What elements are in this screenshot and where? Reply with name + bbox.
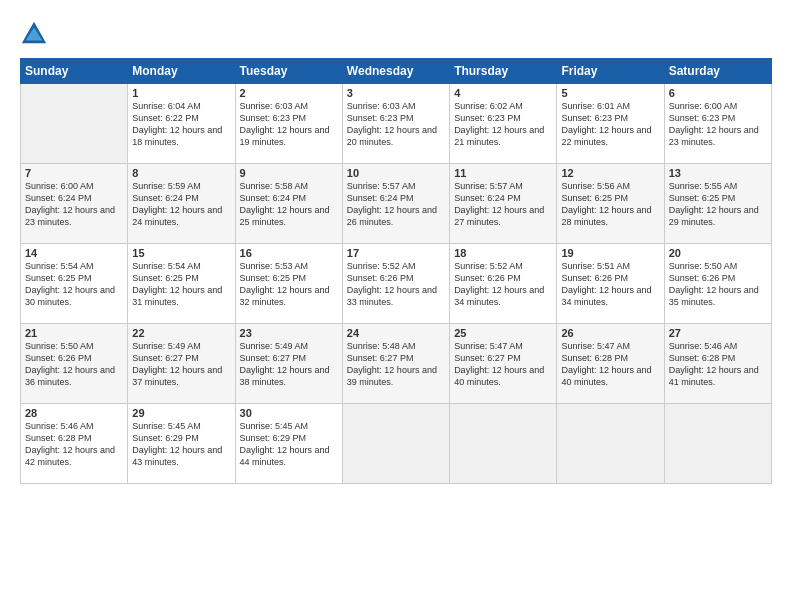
day-number: 26	[561, 327, 659, 339]
calendar-cell: 22 Sunrise: 5:49 AMSunset: 6:27 PMDaylig…	[128, 324, 235, 404]
calendar-cell: 13 Sunrise: 5:55 AMSunset: 6:25 PMDaylig…	[664, 164, 771, 244]
day-number: 24	[347, 327, 445, 339]
day-info: Sunrise: 5:50 AMSunset: 6:26 PMDaylight:…	[669, 260, 767, 309]
day-number: 30	[240, 407, 338, 419]
calendar-cell: 7 Sunrise: 6:00 AMSunset: 6:24 PMDayligh…	[21, 164, 128, 244]
calendar-cell: 15 Sunrise: 5:54 AMSunset: 6:25 PMDaylig…	[128, 244, 235, 324]
day-number: 17	[347, 247, 445, 259]
day-number: 21	[25, 327, 123, 339]
day-info: Sunrise: 5:56 AMSunset: 6:25 PMDaylight:…	[561, 180, 659, 229]
calendar-cell: 30 Sunrise: 5:45 AMSunset: 6:29 PMDaylig…	[235, 404, 342, 484]
calendar-cell: 6 Sunrise: 6:00 AMSunset: 6:23 PMDayligh…	[664, 84, 771, 164]
calendar-week-row: 7 Sunrise: 6:00 AMSunset: 6:24 PMDayligh…	[21, 164, 772, 244]
calendar-cell: 18 Sunrise: 5:52 AMSunset: 6:26 PMDaylig…	[450, 244, 557, 324]
day-number: 11	[454, 167, 552, 179]
day-info: Sunrise: 5:51 AMSunset: 6:26 PMDaylight:…	[561, 260, 659, 309]
day-number: 28	[25, 407, 123, 419]
calendar-cell: 3 Sunrise: 6:03 AMSunset: 6:23 PMDayligh…	[342, 84, 449, 164]
day-number: 19	[561, 247, 659, 259]
day-info: Sunrise: 5:55 AMSunset: 6:25 PMDaylight:…	[669, 180, 767, 229]
calendar-cell: 2 Sunrise: 6:03 AMSunset: 6:23 PMDayligh…	[235, 84, 342, 164]
day-info: Sunrise: 5:47 AMSunset: 6:27 PMDaylight:…	[454, 340, 552, 389]
calendar-cell	[21, 84, 128, 164]
calendar-cell: 8 Sunrise: 5:59 AMSunset: 6:24 PMDayligh…	[128, 164, 235, 244]
day-info: Sunrise: 6:00 AMSunset: 6:24 PMDaylight:…	[25, 180, 123, 229]
weekday-header: Friday	[557, 59, 664, 84]
calendar-table: SundayMondayTuesdayWednesdayThursdayFrid…	[20, 58, 772, 484]
weekday-header-row: SundayMondayTuesdayWednesdayThursdayFrid…	[21, 59, 772, 84]
calendar-week-row: 21 Sunrise: 5:50 AMSunset: 6:26 PMDaylig…	[21, 324, 772, 404]
day-info: Sunrise: 5:58 AMSunset: 6:24 PMDaylight:…	[240, 180, 338, 229]
day-number: 7	[25, 167, 123, 179]
day-number: 4	[454, 87, 552, 99]
day-info: Sunrise: 5:54 AMSunset: 6:25 PMDaylight:…	[132, 260, 230, 309]
day-number: 5	[561, 87, 659, 99]
calendar-cell: 24 Sunrise: 5:48 AMSunset: 6:27 PMDaylig…	[342, 324, 449, 404]
calendar-cell: 1 Sunrise: 6:04 AMSunset: 6:22 PMDayligh…	[128, 84, 235, 164]
calendar-cell: 19 Sunrise: 5:51 AMSunset: 6:26 PMDaylig…	[557, 244, 664, 324]
day-info: Sunrise: 6:03 AMSunset: 6:23 PMDaylight:…	[240, 100, 338, 149]
day-info: Sunrise: 5:59 AMSunset: 6:24 PMDaylight:…	[132, 180, 230, 229]
weekday-header: Thursday	[450, 59, 557, 84]
day-info: Sunrise: 6:04 AMSunset: 6:22 PMDaylight:…	[132, 100, 230, 149]
day-info: Sunrise: 6:00 AMSunset: 6:23 PMDaylight:…	[669, 100, 767, 149]
day-info: Sunrise: 5:52 AMSunset: 6:26 PMDaylight:…	[454, 260, 552, 309]
calendar-cell	[450, 404, 557, 484]
day-number: 25	[454, 327, 552, 339]
calendar-cell	[557, 404, 664, 484]
calendar-cell: 11 Sunrise: 5:57 AMSunset: 6:24 PMDaylig…	[450, 164, 557, 244]
day-info: Sunrise: 6:03 AMSunset: 6:23 PMDaylight:…	[347, 100, 445, 149]
day-number: 13	[669, 167, 767, 179]
logo	[20, 20, 52, 48]
day-number: 6	[669, 87, 767, 99]
day-info: Sunrise: 5:53 AMSunset: 6:25 PMDaylight:…	[240, 260, 338, 309]
day-number: 27	[669, 327, 767, 339]
day-number: 29	[132, 407, 230, 419]
calendar-cell: 17 Sunrise: 5:52 AMSunset: 6:26 PMDaylig…	[342, 244, 449, 324]
day-info: Sunrise: 5:47 AMSunset: 6:28 PMDaylight:…	[561, 340, 659, 389]
logo-icon	[20, 20, 48, 48]
calendar-cell: 14 Sunrise: 5:54 AMSunset: 6:25 PMDaylig…	[21, 244, 128, 324]
calendar-cell: 10 Sunrise: 5:57 AMSunset: 6:24 PMDaylig…	[342, 164, 449, 244]
day-info: Sunrise: 6:02 AMSunset: 6:23 PMDaylight:…	[454, 100, 552, 149]
day-info: Sunrise: 5:45 AMSunset: 6:29 PMDaylight:…	[240, 420, 338, 469]
calendar-cell: 5 Sunrise: 6:01 AMSunset: 6:23 PMDayligh…	[557, 84, 664, 164]
day-info: Sunrise: 5:45 AMSunset: 6:29 PMDaylight:…	[132, 420, 230, 469]
day-info: Sunrise: 5:46 AMSunset: 6:28 PMDaylight:…	[25, 420, 123, 469]
day-info: Sunrise: 5:48 AMSunset: 6:27 PMDaylight:…	[347, 340, 445, 389]
weekday-header: Monday	[128, 59, 235, 84]
calendar-cell: 23 Sunrise: 5:49 AMSunset: 6:27 PMDaylig…	[235, 324, 342, 404]
day-info: Sunrise: 5:57 AMSunset: 6:24 PMDaylight:…	[347, 180, 445, 229]
calendar-cell: 20 Sunrise: 5:50 AMSunset: 6:26 PMDaylig…	[664, 244, 771, 324]
day-number: 12	[561, 167, 659, 179]
day-info: Sunrise: 5:49 AMSunset: 6:27 PMDaylight:…	[132, 340, 230, 389]
day-info: Sunrise: 5:46 AMSunset: 6:28 PMDaylight:…	[669, 340, 767, 389]
day-info: Sunrise: 5:52 AMSunset: 6:26 PMDaylight:…	[347, 260, 445, 309]
weekday-header: Sunday	[21, 59, 128, 84]
calendar-cell: 26 Sunrise: 5:47 AMSunset: 6:28 PMDaylig…	[557, 324, 664, 404]
calendar-week-row: 14 Sunrise: 5:54 AMSunset: 6:25 PMDaylig…	[21, 244, 772, 324]
day-number: 14	[25, 247, 123, 259]
calendar-cell: 28 Sunrise: 5:46 AMSunset: 6:28 PMDaylig…	[21, 404, 128, 484]
day-number: 10	[347, 167, 445, 179]
day-number: 20	[669, 247, 767, 259]
day-number: 8	[132, 167, 230, 179]
calendar-cell: 16 Sunrise: 5:53 AMSunset: 6:25 PMDaylig…	[235, 244, 342, 324]
weekday-header: Saturday	[664, 59, 771, 84]
day-info: Sunrise: 5:54 AMSunset: 6:25 PMDaylight:…	[25, 260, 123, 309]
calendar-cell	[342, 404, 449, 484]
day-number: 3	[347, 87, 445, 99]
calendar-cell: 29 Sunrise: 5:45 AMSunset: 6:29 PMDaylig…	[128, 404, 235, 484]
weekday-header: Wednesday	[342, 59, 449, 84]
day-number: 1	[132, 87, 230, 99]
day-info: Sunrise: 5:50 AMSunset: 6:26 PMDaylight:…	[25, 340, 123, 389]
day-number: 15	[132, 247, 230, 259]
day-number: 16	[240, 247, 338, 259]
day-info: Sunrise: 6:01 AMSunset: 6:23 PMDaylight:…	[561, 100, 659, 149]
calendar-cell: 21 Sunrise: 5:50 AMSunset: 6:26 PMDaylig…	[21, 324, 128, 404]
calendar-cell: 12 Sunrise: 5:56 AMSunset: 6:25 PMDaylig…	[557, 164, 664, 244]
calendar-cell: 27 Sunrise: 5:46 AMSunset: 6:28 PMDaylig…	[664, 324, 771, 404]
day-number: 2	[240, 87, 338, 99]
calendar-cell: 25 Sunrise: 5:47 AMSunset: 6:27 PMDaylig…	[450, 324, 557, 404]
day-number: 22	[132, 327, 230, 339]
